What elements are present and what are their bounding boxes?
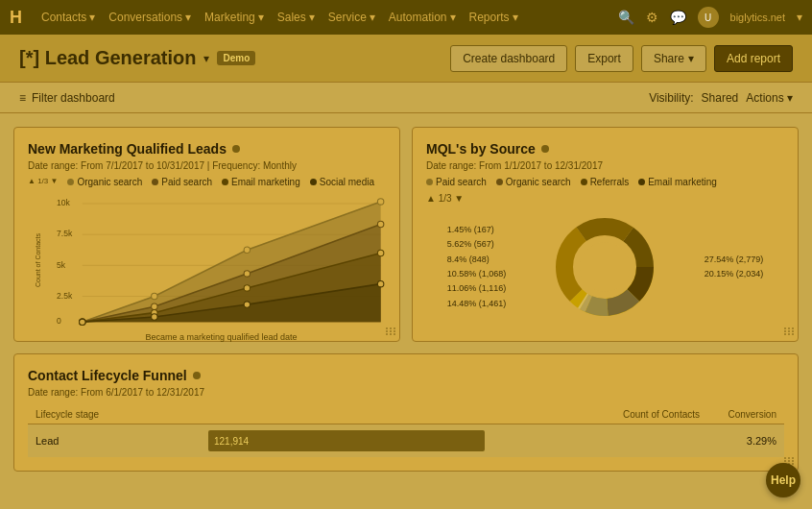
share-caret-icon: ▾ [688,52,694,65]
count-cell [611,424,707,458]
settings-icon[interactable]: ⚙ [646,10,658,25]
funnel-table: Lifecycle stage Count of Contacts Conver… [28,405,784,457]
header-bar: [*] Lead Generation ▾ Demo Create dashbo… [0,35,812,83]
mql-source-resize-handle[interactable] [784,327,796,339]
legend-email-marketing: Email marketing [638,177,717,187]
share-button[interactable]: Share ▾ [641,45,706,72]
new-mql-chart: Count of Contacts 10k 7.5k 5k 2.5k 0 [28,193,386,327]
mql-source-info-dot [541,145,549,153]
svg-point-43 [580,242,630,292]
actions-caret-icon: ▾ [787,91,793,105]
mql-source-date-range: Date range: From 1/1/2017 to 12/31/2017 [426,160,784,171]
slice-label-7: 5.62% (567) [447,237,507,252]
slice-label-4: 11.06% (1,116) [447,281,507,296]
legend-organic: Organic search [67,177,142,187]
new-mql-title: New Marketing Qualified Leads [28,141,386,157]
visibility-value: Shared [702,91,739,105]
svg-point-26 [80,319,85,325]
conversion-cell: 3.29% [707,424,784,458]
col-conversion: Conversion [707,405,784,424]
legend-paid-search: Paid search [426,177,487,187]
donut-labels-right: 27.54% (2,779) 20.15% (2,034) [705,253,764,282]
filter-icon: ≡ [19,91,26,105]
username-caret: ▾ [797,11,802,24]
donut-labels-left: 1.45% (167) 5.62% (567) 8.4% (848) 10.58… [447,223,507,311]
page-title: [*] Lead Generation [19,47,196,69]
visibility-label: Visibility: [649,91,693,105]
export-button[interactable]: Export [575,45,633,72]
new-mql-legend: ▲ 1/3 ▼ Organic search Paid search Email… [28,177,386,187]
funnel-widget: Contact Lifecycle Funnel Date range: Fro… [13,353,799,472]
nav-service[interactable]: Service ▾ [328,11,375,24]
nav-contacts[interactable]: Contacts ▾ [41,11,95,24]
y-axis-label: Count of Contacts [35,233,41,287]
svg-point-19 [377,221,383,227]
add-report-button[interactable]: Add report [714,45,793,72]
svg-point-29 [377,280,383,286]
col-lifecycle: Lifecycle stage [28,405,201,424]
page-title-group: [*] Lead Generation ▾ Demo [19,47,450,69]
svg-point-12 [152,293,157,299]
donut-chart-area: 1.45% (167) 5.62% (567) 8.4% (848) 10.58… [426,209,784,325]
nav-marketing[interactable]: Marketing ▾ [204,11,264,24]
resize-handle[interactable] [386,327,397,339]
legend-email: Email marketing [222,177,300,187]
legend-organic-search: Organic search [496,177,571,187]
create-dashboard-button[interactable]: Create dashboard [450,45,567,72]
svg-point-14 [377,199,383,205]
funnel-title: Contact Lifecycle Funnel [28,368,784,383]
svg-point-28 [244,302,250,307]
new-mql-widget: New Marketing Qualified Leads Date range… [13,127,400,342]
main-content: New Marketing Qualified Leads Date range… [0,113,812,485]
help-button[interactable]: Help [766,463,800,497]
nav-conversations[interactable]: Conversations ▾ [108,11,191,24]
x-axis-label: Became a marketing qualified lead date [57,332,386,342]
bar-count: 121,914 [214,436,249,447]
search-icon[interactable]: 🔍 [618,10,634,25]
slice-label-0: 27.54% (2,779) [705,253,764,267]
legend-pagination[interactable]: ▲ 1/3 ▼ [28,177,58,187]
mql-line-chart-svg: 10k 7.5k 5k 2.5k 0 [57,193,386,327]
hubspot-logo: H [10,8,22,28]
svg-point-27 [152,314,157,320]
svg-point-18 [244,271,250,277]
top-navigation: H Contacts ▾ Conversations ▾ Marketing ▾… [0,0,812,35]
slice-label-6: 8.4% (848) [447,253,507,267]
filter-right-section: Visibility: Shared Actions ▾ [649,91,793,105]
filter-dashboard-button[interactable]: ≡ Filter dashboard [19,91,115,105]
mql-source-title: MQL's by Source [426,141,784,157]
col-spacer [201,405,611,424]
svg-text:0: 0 [57,316,61,326]
new-mql-info-dot [232,145,240,153]
nav-automation[interactable]: Automation ▾ [389,11,456,24]
svg-text:5k: 5k [57,260,66,270]
svg-point-23 [244,285,250,291]
nav-reports[interactable]: Reports ▾ [469,11,518,24]
mql-source-legend: Paid search Organic search Referrals Ema… [426,177,784,187]
slice-label-8: 1.45% (167) [447,223,507,237]
username-label: biglytics.net [730,12,785,23]
slice-label-1: 20.15% (2,034) [705,267,764,281]
nav-sales[interactable]: Sales ▾ [277,11,315,24]
nav-utility-icons: 🔍 ⚙ 💬 U biglytics.net ▾ [618,7,802,28]
avatar[interactable]: U [698,7,719,28]
legend-social: Social media [310,177,374,187]
svg-point-13 [244,247,250,253]
legend-paid: Paid search [152,177,212,187]
header-actions: Create dashboard Export Share ▾ Add repo… [450,45,793,72]
demo-badge: Demo [217,51,255,65]
donut-pagination[interactable]: ▲ 1/3 ▼ [426,193,464,204]
table-row: Lead 121,914 3.29% [28,424,784,458]
actions-button[interactable]: Actions ▾ [746,91,793,105]
funnel-bar: 121,914 [208,430,485,451]
svg-point-17 [152,303,157,309]
stage-cell: Lead [28,424,201,458]
svg-text:7.5k: 7.5k [57,229,73,238]
svg-point-24 [377,250,383,255]
notifications-icon[interactable]: 💬 [670,10,686,25]
new-mql-date-range: Date range: From 7/1/2017 to 10/31/2017 … [28,160,386,171]
slice-label-5: 10.58% (1,068) [447,267,507,281]
title-caret-icon[interactable]: ▾ [203,52,209,65]
svg-text:10k: 10k [57,198,71,207]
svg-text:2.5k: 2.5k [57,291,73,301]
